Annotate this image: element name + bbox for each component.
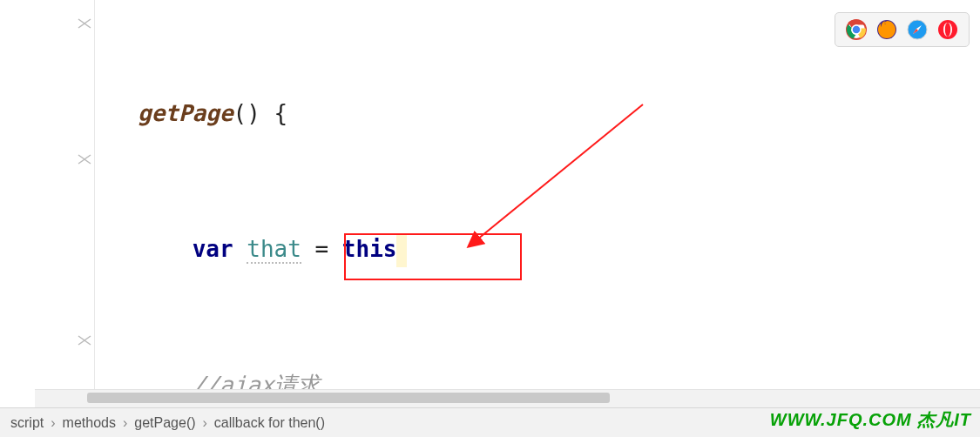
gutter (0, 0, 95, 390)
browser-badge-bar (835, 12, 970, 47)
scrollbar-thumb[interactable] (87, 393, 610, 403)
breadcrumb-item[interactable]: callback for then() (214, 415, 325, 431)
code-line: getPage() { (138, 91, 980, 136)
identifier-getpage: getPage (138, 100, 233, 126)
keyword-var: var (193, 236, 233, 262)
breadcrumb-item[interactable]: script (10, 415, 44, 431)
comment: //ajax请求 (193, 372, 320, 390)
code-line: //ajax请求 (138, 362, 980, 390)
keyword-this: this (342, 236, 397, 262)
caret (396, 234, 407, 267)
horizontal-scrollbar[interactable] (35, 389, 980, 407)
svg-point-10 (945, 23, 950, 37)
breadcrumb-item[interactable]: getPage() (134, 415, 195, 431)
chevron-right-icon: › (203, 415, 207, 431)
code-line: var that = this (138, 226, 980, 272)
opera-icon (937, 19, 958, 40)
fold-marker-icon[interactable] (77, 17, 92, 30)
chevron-right-icon: › (123, 415, 127, 431)
identifier-that: that (247, 236, 301, 264)
safari-icon (907, 19, 928, 40)
firefox-icon (876, 19, 897, 40)
code-block: getPage() { var that = this //ajax请求 axi… (94, 0, 980, 390)
chevron-right-icon: › (51, 415, 55, 431)
fold-marker-icon[interactable] (77, 334, 92, 346)
watermark-text: WWW.JFQ.COM 杰凡IT (770, 408, 971, 432)
breadcrumb-item[interactable]: methods (63, 415, 116, 431)
chrome-icon (846, 19, 867, 40)
code-editor[interactable]: getPage() { var that = this //ajax请求 axi… (94, 0, 980, 390)
fold-marker-icon[interactable] (77, 153, 92, 165)
